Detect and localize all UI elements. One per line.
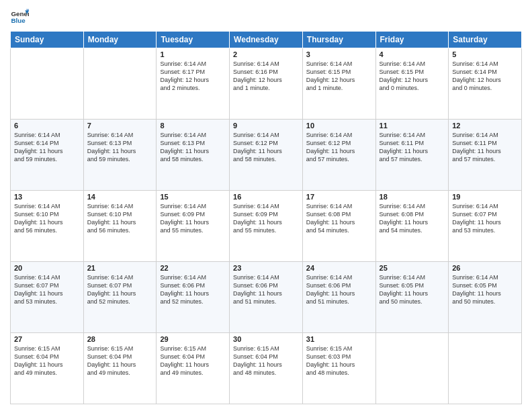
calendar-cell: 15Sunrise: 6:14 AM Sunset: 6:09 PM Dayli… (157, 191, 230, 262)
day-info: Sunrise: 6:14 AM Sunset: 6:05 PM Dayligh… (380, 273, 445, 306)
day-info: Sunrise: 6:14 AM Sunset: 6:14 PM Dayligh… (14, 131, 80, 164)
day-info: Sunrise: 6:15 AM Sunset: 6:03 PM Dayligh… (306, 345, 372, 377)
calendar-cell: 18Sunrise: 6:14 AM Sunset: 6:08 PM Dayli… (375, 191, 449, 262)
day-info: Sunrise: 6:14 AM Sunset: 6:08 PM Dayligh… (306, 202, 372, 235)
day-info: Sunrise: 6:15 AM Sunset: 6:04 PM Dayligh… (233, 345, 299, 377)
calendar-cell (375, 333, 449, 404)
day-info: Sunrise: 6:15 AM Sunset: 6:04 PM Dayligh… (14, 345, 80, 377)
day-number: 11 (380, 122, 445, 130)
day-number: 24 (306, 264, 372, 272)
day-number: 30 (233, 335, 299, 343)
day-info: Sunrise: 6:14 AM Sunset: 6:12 PM Dayligh… (233, 131, 299, 164)
svg-text:Blue: Blue (11, 17, 26, 24)
day-info: Sunrise: 6:14 AM Sunset: 6:05 PM Dayligh… (452, 273, 518, 306)
day-info: Sunrise: 6:14 AM Sunset: 6:14 PM Dayligh… (452, 60, 518, 93)
calendar-cell: 20Sunrise: 6:14 AM Sunset: 6:07 PM Dayli… (11, 262, 84, 333)
day-info: Sunrise: 6:14 AM Sunset: 6:06 PM Dayligh… (306, 273, 372, 306)
week-row-0: 1Sunrise: 6:14 AM Sunset: 6:17 PM Daylig… (11, 48, 522, 120)
day-info: Sunrise: 6:14 AM Sunset: 6:10 PM Dayligh… (14, 202, 80, 235)
day-info: Sunrise: 6:14 AM Sunset: 6:13 PM Dayligh… (87, 131, 153, 164)
calendar-cell: 5Sunrise: 6:14 AM Sunset: 6:14 PM Daylig… (449, 48, 522, 120)
calendar-cell: 11Sunrise: 6:14 AM Sunset: 6:11 PM Dayli… (375, 120, 449, 191)
logo: General Blue (10, 7, 32, 26)
day-info: Sunrise: 6:14 AM Sunset: 6:15 PM Dayligh… (380, 60, 445, 93)
day-info: Sunrise: 6:14 AM Sunset: 6:08 PM Dayligh… (380, 202, 445, 235)
day-number: 18 (380, 193, 445, 201)
calendar-cell: 26Sunrise: 6:14 AM Sunset: 6:05 PM Dayli… (449, 262, 522, 333)
day-header-friday: Friday (375, 32, 449, 48)
week-row-2: 13Sunrise: 6:14 AM Sunset: 6:10 PM Dayli… (11, 191, 522, 262)
day-header-monday: Monday (83, 32, 157, 48)
day-number: 23 (233, 264, 299, 272)
calendar-cell: 8Sunrise: 6:14 AM Sunset: 6:13 PM Daylig… (157, 120, 230, 191)
day-number: 17 (306, 193, 372, 201)
day-info: Sunrise: 6:14 AM Sunset: 6:12 PM Dayligh… (306, 131, 372, 164)
calendar-cell: 24Sunrise: 6:14 AM Sunset: 6:06 PM Dayli… (302, 262, 375, 333)
day-info: Sunrise: 6:14 AM Sunset: 6:09 PM Dayligh… (160, 202, 226, 235)
day-number: 8 (160, 122, 226, 130)
day-info: Sunrise: 6:14 AM Sunset: 6:06 PM Dayligh… (160, 273, 226, 306)
day-info: Sunrise: 6:15 AM Sunset: 6:04 PM Dayligh… (160, 345, 226, 377)
day-header-tuesday: Tuesday (157, 32, 230, 48)
calendar-cell (449, 333, 522, 404)
calendar-cell (11, 48, 84, 120)
calendar-cell: 13Sunrise: 6:14 AM Sunset: 6:10 PM Dayli… (11, 191, 84, 262)
day-header-sunday: Sunday (11, 32, 84, 48)
calendar-cell: 29Sunrise: 6:15 AM Sunset: 6:04 PM Dayli… (157, 333, 230, 404)
day-number: 2 (233, 50, 299, 58)
day-number: 25 (380, 264, 445, 272)
day-number: 22 (160, 264, 226, 272)
day-info: Sunrise: 6:15 AM Sunset: 6:04 PM Dayligh… (87, 345, 153, 377)
day-info: Sunrise: 6:14 AM Sunset: 6:17 PM Dayligh… (160, 60, 226, 93)
day-number: 5 (452, 50, 518, 58)
day-number: 4 (380, 50, 445, 58)
day-number: 14 (87, 193, 153, 201)
day-info: Sunrise: 6:14 AM Sunset: 6:06 PM Dayligh… (233, 273, 299, 306)
day-header-thursday: Thursday (302, 32, 375, 48)
calendar-cell: 22Sunrise: 6:14 AM Sunset: 6:06 PM Dayli… (157, 262, 230, 333)
calendar-cell: 12Sunrise: 6:14 AM Sunset: 6:11 PM Dayli… (449, 120, 522, 191)
day-info: Sunrise: 6:14 AM Sunset: 6:13 PM Dayligh… (160, 131, 226, 164)
calendar-cell: 23Sunrise: 6:14 AM Sunset: 6:06 PM Dayli… (230, 262, 303, 333)
calendar-cell: 27Sunrise: 6:15 AM Sunset: 6:04 PM Dayli… (11, 333, 84, 404)
week-row-4: 27Sunrise: 6:15 AM Sunset: 6:04 PM Dayli… (11, 333, 522, 404)
day-info: Sunrise: 6:14 AM Sunset: 6:07 PM Dayligh… (14, 273, 80, 306)
calendar-cell: 21Sunrise: 6:14 AM Sunset: 6:07 PM Dayli… (83, 262, 157, 333)
header-row: SundayMondayTuesdayWednesdayThursdayFrid… (11, 32, 522, 48)
calendar-cell: 28Sunrise: 6:15 AM Sunset: 6:04 PM Dayli… (83, 333, 157, 404)
calendar-cell: 4Sunrise: 6:14 AM Sunset: 6:15 PM Daylig… (375, 48, 449, 120)
day-info: Sunrise: 6:14 AM Sunset: 6:07 PM Dayligh… (452, 202, 518, 235)
day-info: Sunrise: 6:14 AM Sunset: 6:09 PM Dayligh… (233, 202, 299, 235)
day-header-wednesday: Wednesday (230, 32, 303, 48)
calendar-cell: 7Sunrise: 6:14 AM Sunset: 6:13 PM Daylig… (83, 120, 157, 191)
day-info: Sunrise: 6:14 AM Sunset: 6:16 PM Dayligh… (233, 60, 299, 93)
day-number: 19 (452, 193, 518, 201)
calendar-cell: 10Sunrise: 6:14 AM Sunset: 6:12 PM Dayli… (302, 120, 375, 191)
day-info: Sunrise: 6:14 AM Sunset: 6:10 PM Dayligh… (87, 202, 153, 235)
calendar-cell: 3Sunrise: 6:14 AM Sunset: 6:15 PM Daylig… (302, 48, 375, 120)
day-number: 20 (14, 264, 80, 272)
calendar-cell: 31Sunrise: 6:15 AM Sunset: 6:03 PM Dayli… (302, 333, 375, 404)
calendar-cell: 14Sunrise: 6:14 AM Sunset: 6:10 PM Dayli… (83, 191, 157, 262)
day-number: 13 (14, 193, 80, 201)
day-number: 21 (87, 264, 153, 272)
day-number: 9 (233, 122, 299, 130)
calendar-table: SundayMondayTuesdayWednesdayThursdayFrid… (10, 31, 522, 404)
day-number: 28 (87, 335, 153, 343)
day-header-saturday: Saturday (449, 32, 522, 48)
day-info: Sunrise: 6:14 AM Sunset: 6:07 PM Dayligh… (87, 273, 153, 306)
calendar-cell: 25Sunrise: 6:14 AM Sunset: 6:05 PM Dayli… (375, 262, 449, 333)
day-info: Sunrise: 6:14 AM Sunset: 6:15 PM Dayligh… (306, 60, 372, 93)
calendar-cell (83, 48, 157, 120)
day-info: Sunrise: 6:14 AM Sunset: 6:11 PM Dayligh… (452, 131, 518, 164)
calendar-cell: 1Sunrise: 6:14 AM Sunset: 6:17 PM Daylig… (157, 48, 230, 120)
calendar-cell: 19Sunrise: 6:14 AM Sunset: 6:07 PM Dayli… (449, 191, 522, 262)
calendar-cell: 2Sunrise: 6:14 AM Sunset: 6:16 PM Daylig… (230, 48, 303, 120)
logo-icon: General Blue (10, 7, 29, 26)
day-number: 16 (233, 193, 299, 201)
day-number: 3 (306, 50, 372, 58)
calendar-cell: 6Sunrise: 6:14 AM Sunset: 6:14 PM Daylig… (11, 120, 84, 191)
day-number: 6 (14, 122, 80, 130)
calendar-cell: 16Sunrise: 6:14 AM Sunset: 6:09 PM Dayli… (230, 191, 303, 262)
day-info: Sunrise: 6:14 AM Sunset: 6:11 PM Dayligh… (380, 131, 445, 164)
